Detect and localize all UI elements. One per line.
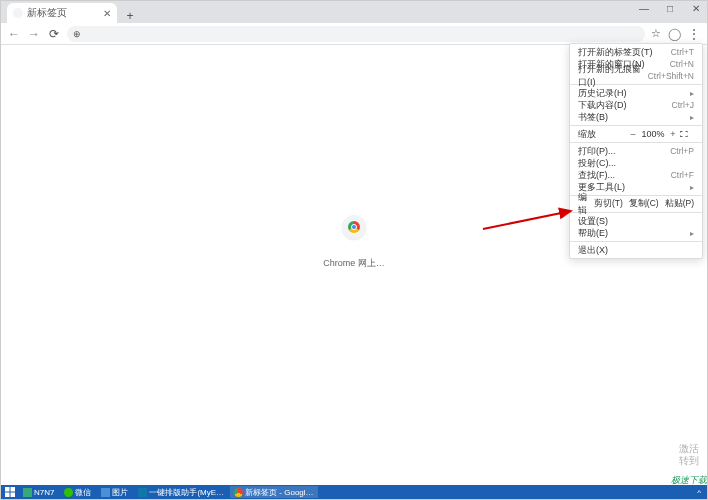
chrome-logo-circle — [342, 215, 366, 239]
zoom-out-button[interactable]: – — [626, 129, 640, 139]
menu-new-tab[interactable]: 打开新的标签页(T)Ctrl+T — [570, 46, 702, 58]
menu-help[interactable]: 帮助(E)▸ — [570, 227, 702, 239]
pictures-icon — [101, 488, 110, 497]
svg-rect-1 — [5, 487, 10, 492]
taskbar-item[interactable]: 微信 — [60, 486, 95, 498]
menu-paste[interactable]: 粘贴(P) — [665, 198, 694, 210]
wechat-icon — [64, 488, 73, 497]
taskbar-item-chrome[interactable]: 新标签页 - Googl… — [230, 486, 317, 498]
tab-strip: 新标签页 ✕ + — □ ✕ — [1, 1, 707, 23]
menu-separator — [570, 195, 702, 196]
submenu-arrow-icon: ▸ — [690, 183, 694, 192]
reload-button[interactable]: ⟳ — [47, 27, 61, 41]
menu-incognito[interactable]: 打开新的无痕窗口(I)Ctrl+Shift+N — [570, 70, 702, 82]
tab-title: 新标签页 — [27, 6, 67, 20]
forward-button[interactable]: → — [27, 27, 41, 41]
menu-exit[interactable]: 退出(X) — [570, 244, 702, 256]
app-icon — [138, 488, 147, 497]
menu-edit-row: 编辑 剪切(T) 复制(C) 粘贴(P) — [570, 198, 702, 210]
menu-zoom: 缩放 – 100% + ⛶ — [570, 128, 702, 140]
windows-taskbar: N7N7 微信 图片 一键排版助手(MyE… 新标签页 - Googl… ^ — [1, 485, 707, 499]
chrome-menu: 打开新的标签页(T)Ctrl+T 打开新的窗口(N)Ctrl+N 打开新的无痕窗… — [569, 43, 703, 259]
menu-settings[interactable]: 设置(S) — [570, 215, 702, 227]
app-icon — [23, 488, 32, 497]
zoom-value: 100% — [640, 129, 666, 139]
address-bar[interactable]: ⊕ — [67, 26, 645, 42]
bookmark-star-icon[interactable]: ☆ — [651, 27, 661, 40]
menu-cut[interactable]: 剪切(T) — [594, 198, 623, 210]
menu-button[interactable]: ⋮ — [687, 27, 701, 41]
tab-favicon — [13, 8, 23, 18]
menu-cast[interactable]: 投射(C)... — [570, 157, 702, 169]
taskbar-item[interactable]: N7N7 — [19, 486, 58, 498]
menu-bookmarks[interactable]: 书签(B)▸ — [570, 111, 702, 123]
menu-separator — [570, 241, 702, 242]
browser-tab[interactable]: 新标签页 ✕ — [7, 3, 117, 23]
window-maximize-button[interactable]: □ — [663, 3, 677, 14]
menu-find[interactable]: 查找(F)...Ctrl+F — [570, 169, 702, 181]
svg-rect-2 — [11, 487, 16, 492]
submenu-arrow-icon: ▸ — [690, 113, 694, 122]
zoom-in-button[interactable]: + — [666, 129, 680, 139]
tray-up-icon[interactable]: ^ — [697, 488, 701, 497]
chrome-icon — [234, 488, 243, 497]
search-icon: ⊕ — [73, 29, 81, 39]
submenu-arrow-icon: ▸ — [690, 229, 694, 238]
menu-downloads[interactable]: 下载内容(D)Ctrl+J — [570, 99, 702, 111]
window-close-button[interactable]: ✕ — [689, 3, 703, 14]
svg-rect-3 — [5, 493, 10, 498]
taskbar-item[interactable]: 图片 — [97, 486, 132, 498]
menu-separator — [570, 125, 702, 126]
windows-activation-watermark: 激活 转到 — [679, 443, 699, 467]
menu-more-tools[interactable]: 更多工具(L)▸ — [570, 181, 702, 193]
tab-close-icon[interactable]: ✕ — [103, 8, 111, 19]
taskbar-item[interactable]: 一键排版助手(MyE… — [134, 486, 228, 498]
new-tab-button[interactable]: + — [121, 9, 139, 23]
menu-copy[interactable]: 复制(C) — [629, 198, 659, 210]
system-tray[interactable]: ^ — [697, 488, 705, 497]
svg-rect-4 — [11, 493, 16, 498]
start-button[interactable] — [3, 486, 17, 498]
browser-toolbar: ← → ⟳ ⊕ ☆ ◯ ⋮ — [1, 23, 707, 45]
fullscreen-button[interactable]: ⛶ — [680, 130, 694, 139]
webstore-label[interactable]: Chrome 网上… — [323, 257, 385, 270]
back-button[interactable]: ← — [7, 27, 21, 41]
menu-separator — [570, 212, 702, 213]
window-minimize-button[interactable]: — — [637, 3, 651, 14]
menu-print[interactable]: 打印(P)...Ctrl+P — [570, 145, 702, 157]
chrome-logo-icon — [348, 221, 360, 233]
submenu-arrow-icon: ▸ — [690, 89, 694, 98]
menu-separator — [570, 142, 702, 143]
profile-icon[interactable]: ◯ — [667, 27, 681, 41]
